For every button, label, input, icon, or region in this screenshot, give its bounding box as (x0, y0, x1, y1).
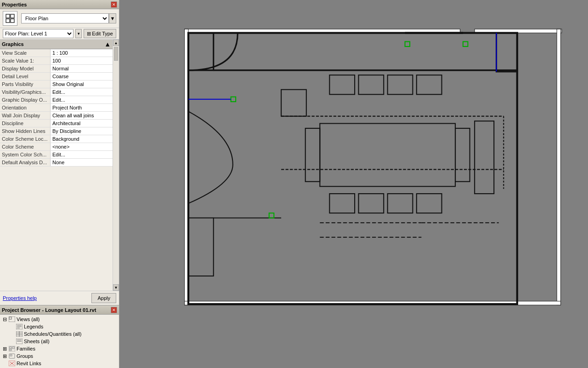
tree-expand-icon[interactable]: ⊟ (2, 316, 7, 322)
properties-bottom: Properties help Apply (0, 291, 119, 305)
properties-scrollbar[interactable]: ▲ ▼ (113, 40, 119, 291)
prop-label: View Scale (0, 49, 51, 57)
instance-dropdown[interactable]: Floor Plan: Level 1 (3, 29, 74, 38)
floor-plan-icon (3, 11, 17, 26)
apply-button[interactable]: Apply (91, 293, 116, 303)
prop-value: Background (51, 135, 113, 143)
prop-label: Discipline (0, 120, 51, 127)
properties-table: Graphics ▲ (0, 40, 113, 49)
scroll-up-button[interactable]: ▲ (113, 40, 119, 46)
properties-scroll[interactable]: Graphics ▲ View Scale1 : 100Scale Value … (0, 40, 113, 291)
prop-value: Normal (51, 65, 113, 72)
edit-type-icon: ⊞ (87, 31, 91, 37)
instance-dropdown-arrow[interactable]: ▼ (75, 29, 82, 38)
edit-type-button[interactable]: ⊞ Edit Type (84, 29, 116, 38)
project-browser-tree: ⊟Views (all)LegendsSchedules/Quantities … (0, 315, 119, 368)
prop-label: Orientation (0, 104, 51, 111)
prop-label: Color Scheme Loc... (0, 135, 51, 143)
floor-plan-drawing (119, 0, 588, 368)
svg-rect-28 (557, 29, 560, 305)
prop-label: Wall Join Display (0, 112, 51, 119)
properties-panel: Properties ✕ Floor Plan ▼ (0, 0, 119, 305)
tree-item-label: Legends (24, 324, 43, 329)
prop-value: None (51, 159, 113, 166)
svg-rect-2 (6, 19, 10, 23)
tree-item[interactable]: Schedules/Quantities (all) (0, 330, 119, 338)
prop-value[interactable]: 100 (51, 57, 113, 64)
tree-item-icon (16, 338, 23, 345)
properties-table-wrapper: Graphics ▲ View Scale1 : 100Scale Value … (0, 40, 119, 291)
table-row: DisciplineArchitectural (0, 120, 113, 127)
prop-label: Color Scheme (0, 143, 51, 150)
table-row: Display ModelNormal (0, 65, 113, 73)
tree-item[interactable]: ⊞Groups (0, 352, 119, 360)
tree-item-label: Groups (17, 353, 33, 359)
properties-close-button[interactable]: ✕ (111, 1, 117, 8)
project-browser-close-button[interactable]: ✕ (111, 307, 117, 313)
prop-value: Architectural (51, 120, 113, 127)
tree-expand-icon[interactable]: ⊞ (2, 353, 7, 359)
prop-type-header: Floor Plan ▼ (0, 9, 119, 28)
table-row: OrientationProject North (0, 104, 113, 112)
table-row: Visibility/Graphics...Edit... (0, 88, 113, 96)
project-browser-title: Project Browser - Lounge Layout 01.rvt (2, 307, 96, 313)
project-browser: Project Browser - Lounge Layout 01.rvt ✕… (0, 305, 119, 368)
svg-rect-22 (10, 355, 12, 356)
tree-item-label: Schedules/Quantities (all) (24, 331, 81, 337)
tree-item-label: Views (all) (17, 316, 40, 322)
svg-rect-19 (12, 347, 14, 349)
scroll-track (113, 46, 119, 284)
prop-value: <none> (51, 143, 113, 150)
prop-label: System Color Sch... (0, 151, 51, 158)
canvas-area[interactable] (119, 0, 588, 368)
tree-item-icon (8, 316, 16, 322)
table-row: Color Scheme<none> (0, 143, 113, 151)
tree-item-icon (16, 323, 23, 330)
scroll-thumb[interactable] (114, 47, 118, 61)
prop-value[interactable]: 1 : 100 (51, 49, 113, 57)
instance-row: Floor Plan: Level 1 ▼ ⊞ Edit Type (0, 28, 119, 40)
table-row: Wall Join DisplayClean all wall joins (0, 112, 113, 120)
graphics-section-header: Graphics ▲ (0, 40, 113, 49)
prop-value: Project North (51, 104, 113, 111)
table-row: Scale Value 1:100 (0, 57, 113, 65)
tree-item[interactable]: Sheets (all) (0, 338, 119, 345)
prop-value: Edit... (51, 96, 113, 104)
svg-rect-3 (11, 19, 14, 23)
tree-item[interactable]: Revit Links (0, 360, 119, 367)
prop-label: Visibility/Graphics... (0, 88, 51, 96)
scroll-down-button[interactable]: ▼ (113, 284, 119, 291)
prop-value: Clean all wall joins (51, 112, 113, 119)
table-row: Detail LevelCoarse (0, 73, 113, 80)
prop-rows-container: View Scale1 : 100Scale Value 1:100Displa… (0, 49, 113, 167)
prop-label: Default Analysis D... (0, 159, 51, 166)
tree-item-icon (8, 360, 16, 367)
tree-expand-icon[interactable]: ⊞ (2, 346, 7, 351)
svg-rect-20 (10, 349, 11, 351)
prop-value: Show Original (51, 80, 113, 88)
prop-label: Parts Visibility (0, 80, 51, 88)
properties-help-link[interactable]: Properties help (3, 295, 37, 301)
prop-value: Edit... (51, 88, 113, 96)
section-collapse-icon[interactable]: ▲ (104, 40, 111, 48)
svg-rect-18 (10, 347, 11, 349)
properties-title: Properties (2, 2, 27, 7)
tree-item-label: Families (17, 346, 35, 351)
left-panel: Properties ✕ Floor Plan ▼ (0, 0, 119, 368)
tree-item[interactable]: Legends (0, 323, 119, 330)
table-row: Show Hidden LinesBy Discipline (0, 127, 113, 135)
table-row: View Scale1 : 100 (0, 49, 113, 57)
type-dropdown-arrow[interactable]: ▼ (109, 13, 116, 23)
properties-titlebar: Properties ✕ (0, 0, 119, 9)
prop-label: Display Model (0, 65, 51, 72)
prop-value: Coarse (51, 73, 113, 80)
svg-rect-5 (9, 317, 11, 319)
tree-item-label: Sheets (all) (24, 339, 50, 344)
type-dropdown[interactable]: Floor Plan (21, 13, 109, 23)
prop-label: Detail Level (0, 73, 51, 80)
svg-rect-24 (136, 0, 571, 368)
project-browser-titlebar: Project Browser - Lounge Layout 01.rvt ✕ (0, 305, 119, 315)
prop-value: Edit... (51, 151, 113, 158)
tree-item[interactable]: ⊞Families (0, 345, 119, 352)
tree-item[interactable]: ⊟Views (all) (0, 316, 119, 323)
